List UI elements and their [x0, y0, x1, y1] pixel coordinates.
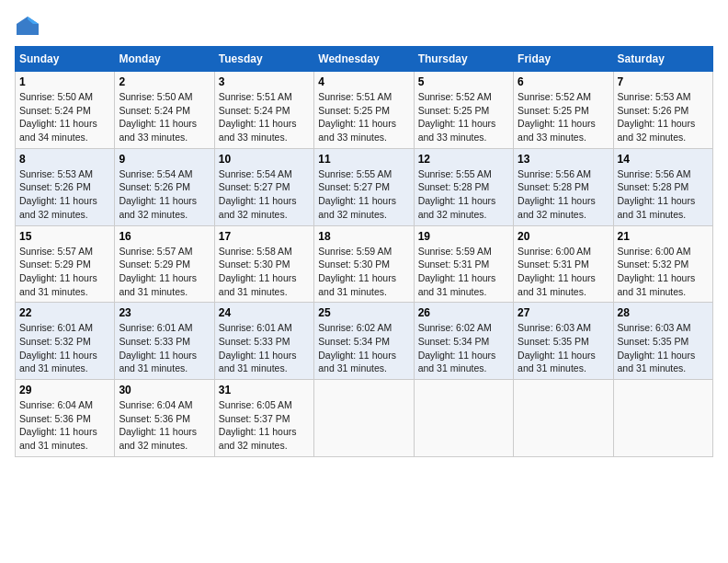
calendar-week-3: 15Sunrise: 5:57 AMSunset: 5:29 PMDayligh…: [16, 225, 713, 303]
logo-icon: [15, 15, 40, 37]
day-number: 28: [618, 306, 709, 319]
day-info: Sunrise: 5:52 AMSunset: 5:25 PMDaylight:…: [418, 91, 496, 143]
column-header-monday: Monday: [115, 47, 214, 72]
calendar-week-2: 8Sunrise: 5:53 AMSunset: 5:26 PMDaylight…: [16, 148, 713, 225]
calendar-cell: 12Sunrise: 5:55 AMSunset: 5:28 PMDayligh…: [414, 148, 513, 225]
day-number: 23: [119, 306, 210, 319]
day-info: Sunrise: 5:50 AMSunset: 5:24 PMDaylight:…: [119, 91, 197, 143]
calendar-cell: 21Sunrise: 6:00 AMSunset: 5:32 PMDayligh…: [613, 225, 712, 303]
calendar-cell: 20Sunrise: 6:00 AMSunset: 5:31 PMDayligh…: [514, 225, 613, 303]
day-number: 3: [219, 75, 310, 88]
day-info: Sunrise: 5:54 AMSunset: 5:27 PMDaylight:…: [219, 168, 297, 220]
calendar-cell: 13Sunrise: 5:56 AMSunset: 5:28 PMDayligh…: [514, 148, 613, 225]
day-number: 30: [119, 384, 210, 396]
day-number: 10: [219, 153, 310, 166]
calendar-cell: [414, 380, 513, 457]
day-info: Sunrise: 5:53 AMSunset: 5:26 PMDaylight:…: [618, 91, 696, 143]
day-info: Sunrise: 6:00 AMSunset: 5:31 PMDaylight:…: [518, 246, 596, 297]
calendar-cell: 26Sunrise: 6:02 AMSunset: 5:34 PMDayligh…: [414, 303, 513, 380]
day-number: 16: [119, 230, 210, 243]
day-number: 22: [19, 306, 110, 319]
day-number: 26: [418, 306, 509, 319]
day-info: Sunrise: 5:52 AMSunset: 5:25 PMDaylight:…: [518, 91, 596, 143]
day-info: Sunrise: 6:05 AMSunset: 5:37 PMDaylight:…: [219, 399, 297, 451]
column-header-thursday: Thursday: [414, 47, 513, 72]
day-number: 2: [119, 75, 210, 88]
calendar-cell: [613, 380, 712, 457]
day-number: 29: [19, 384, 110, 396]
day-info: Sunrise: 6:01 AMSunset: 5:32 PMDaylight:…: [19, 322, 97, 373]
logo: [15, 15, 44, 37]
calendar-table: SundayMondayTuesdayWednesdayThursdayFrid…: [15, 46, 713, 457]
calendar-week-5: 29Sunrise: 6:04 AMSunset: 5:36 PMDayligh…: [16, 380, 713, 457]
day-number: 1: [19, 75, 110, 88]
day-info: Sunrise: 6:03 AMSunset: 5:35 PMDaylight:…: [618, 322, 696, 373]
calendar-cell: 5Sunrise: 5:52 AMSunset: 5:25 PMDaylight…: [414, 72, 513, 149]
calendar-cell: 2Sunrise: 5:50 AMSunset: 5:24 PMDaylight…: [115, 72, 214, 149]
day-number: 31: [219, 384, 310, 396]
day-info: Sunrise: 5:57 AMSunset: 5:29 PMDaylight:…: [19, 246, 97, 297]
day-info: Sunrise: 6:02 AMSunset: 5:34 PMDaylight:…: [318, 322, 396, 373]
day-info: Sunrise: 5:56 AMSunset: 5:28 PMDaylight:…: [518, 168, 596, 220]
day-number: 15: [19, 230, 110, 243]
calendar-cell: 25Sunrise: 6:02 AMSunset: 5:34 PMDayligh…: [314, 303, 414, 380]
day-number: 5: [418, 75, 509, 88]
calendar-cell: 19Sunrise: 5:59 AMSunset: 5:31 PMDayligh…: [414, 225, 513, 303]
calendar-cell: 27Sunrise: 6:03 AMSunset: 5:35 PMDayligh…: [514, 303, 613, 380]
day-info: Sunrise: 5:51 AMSunset: 5:25 PMDaylight:…: [318, 91, 396, 143]
day-info: Sunrise: 5:55 AMSunset: 5:28 PMDaylight:…: [418, 168, 496, 220]
day-number: 24: [219, 306, 310, 319]
calendar-cell: 22Sunrise: 6:01 AMSunset: 5:32 PMDayligh…: [16, 303, 115, 380]
calendar-cell: 16Sunrise: 5:57 AMSunset: 5:29 PMDayligh…: [115, 225, 214, 303]
day-number: 17: [219, 230, 310, 243]
day-info: Sunrise: 6:01 AMSunset: 5:33 PMDaylight:…: [119, 322, 197, 373]
day-info: Sunrise: 5:51 AMSunset: 5:24 PMDaylight:…: [219, 91, 297, 143]
day-info: Sunrise: 5:59 AMSunset: 5:30 PMDaylight:…: [318, 246, 396, 297]
calendar-cell: 30Sunrise: 6:04 AMSunset: 5:36 PMDayligh…: [115, 380, 214, 457]
calendar-cell: 31Sunrise: 6:05 AMSunset: 5:37 PMDayligh…: [214, 380, 313, 457]
column-header-friday: Friday: [514, 47, 613, 72]
day-number: 12: [418, 153, 509, 166]
day-info: Sunrise: 5:57 AMSunset: 5:29 PMDaylight:…: [119, 246, 197, 297]
day-info: Sunrise: 5:59 AMSunset: 5:31 PMDaylight:…: [418, 246, 496, 297]
calendar-cell: 7Sunrise: 5:53 AMSunset: 5:26 PMDaylight…: [613, 72, 712, 149]
day-number: 4: [318, 75, 409, 88]
calendar-cell: 6Sunrise: 5:52 AMSunset: 5:25 PMDaylight…: [514, 72, 613, 149]
day-number: 14: [618, 153, 709, 166]
calendar-cell: 8Sunrise: 5:53 AMSunset: 5:26 PMDaylight…: [16, 148, 115, 225]
day-number: 21: [618, 230, 709, 243]
calendar-cell: 17Sunrise: 5:58 AMSunset: 5:30 PMDayligh…: [214, 225, 313, 303]
day-number: 7: [618, 75, 709, 88]
calendar-header-row: SundayMondayTuesdayWednesdayThursdayFrid…: [16, 47, 713, 72]
day-info: Sunrise: 5:58 AMSunset: 5:30 PMDaylight:…: [219, 246, 297, 297]
column-header-wednesday: Wednesday: [314, 47, 414, 72]
calendar-cell: 10Sunrise: 5:54 AMSunset: 5:27 PMDayligh…: [214, 148, 313, 225]
day-info: Sunrise: 5:53 AMSunset: 5:26 PMDaylight:…: [19, 168, 97, 220]
day-info: Sunrise: 6:04 AMSunset: 5:36 PMDaylight:…: [19, 399, 97, 451]
calendar-cell: 3Sunrise: 5:51 AMSunset: 5:24 PMDaylight…: [214, 72, 313, 149]
day-number: 11: [318, 153, 409, 166]
calendar-body: 1Sunrise: 5:50 AMSunset: 5:24 PMDaylight…: [16, 72, 713, 457]
day-number: 6: [518, 75, 609, 88]
calendar-cell: 23Sunrise: 6:01 AMSunset: 5:33 PMDayligh…: [115, 303, 214, 380]
day-info: Sunrise: 5:50 AMSunset: 5:24 PMDaylight:…: [19, 91, 97, 143]
day-number: 8: [19, 153, 110, 166]
calendar-cell: 28Sunrise: 6:03 AMSunset: 5:35 PMDayligh…: [613, 303, 712, 380]
day-info: Sunrise: 6:03 AMSunset: 5:35 PMDaylight:…: [518, 322, 596, 373]
calendar-cell: 9Sunrise: 5:54 AMSunset: 5:26 PMDaylight…: [115, 148, 214, 225]
calendar-week-1: 1Sunrise: 5:50 AMSunset: 5:24 PMDaylight…: [16, 72, 713, 149]
calendar-week-4: 22Sunrise: 6:01 AMSunset: 5:32 PMDayligh…: [16, 303, 713, 380]
column-header-sunday: Sunday: [16, 47, 115, 72]
day-number: 27: [518, 306, 609, 319]
day-number: 25: [318, 306, 409, 319]
calendar-cell: 11Sunrise: 5:55 AMSunset: 5:27 PMDayligh…: [314, 148, 414, 225]
day-number: 9: [119, 153, 210, 166]
day-number: 18: [318, 230, 409, 243]
calendar-cell: [514, 380, 613, 457]
calendar-cell: [314, 380, 414, 457]
calendar-cell: 15Sunrise: 5:57 AMSunset: 5:29 PMDayligh…: [16, 225, 115, 303]
calendar-cell: 14Sunrise: 5:56 AMSunset: 5:28 PMDayligh…: [613, 148, 712, 225]
day-info: Sunrise: 5:54 AMSunset: 5:26 PMDaylight:…: [119, 168, 197, 220]
day-number: 13: [518, 153, 609, 166]
day-info: Sunrise: 6:01 AMSunset: 5:33 PMDaylight:…: [219, 322, 297, 373]
